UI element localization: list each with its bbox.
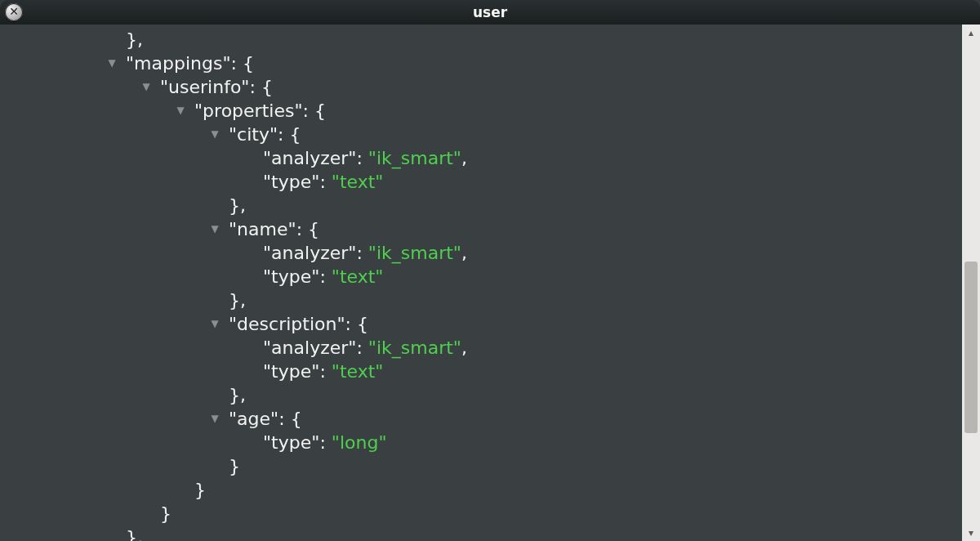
json-text: } [160,502,172,525]
json-line: ▼"description": { [0,312,962,336]
json-line: ▼"userinfo": { [0,75,962,99]
json-line: "type": "text" [0,265,962,288]
json-text: "age": { [229,407,302,431]
json-viewer: },▼"mappings": {▼"userinfo": {▼"properti… [0,25,962,541]
json-line: }, [0,383,962,407]
json-line: } [0,478,962,502]
collapse-toggle-icon[interactable]: ▼ [209,312,220,336]
json-line: ▼"properties": { [0,99,962,123]
json-text: "analyzer": "ik_smart", [263,241,467,265]
json-text: "type": "text" [263,360,383,383]
json-line: ▼"mappings": { [0,51,962,75]
json-text: "properties": { [194,99,326,123]
json-line: ▼"age": { [0,407,962,431]
json-text: }, [229,194,246,217]
json-line: "type": "text" [0,170,962,194]
json-text: "analyzer": "ik_smart", [263,336,467,360]
json-text: "analyzer": "ik_smart", [263,146,467,170]
scroll-up-icon[interactable]: ▴ [962,25,980,41]
json-text: "type": "text" [263,265,383,288]
json-line: }, [0,288,962,312]
json-text: "type": "long" [263,431,387,454]
close-button[interactable]: ✕ [5,3,23,21]
collapse-toggle-icon[interactable]: ▼ [106,51,118,75]
collapse-toggle-icon[interactable]: ▼ [209,217,220,241]
collapse-toggle-icon[interactable]: ▼ [209,407,220,431]
modal-window: ✕ user },▼"mappings": {▼"userinfo": {▼"p… [0,0,980,541]
modal-titlebar: ✕ user [0,0,980,25]
json-line: } [0,502,962,525]
json-text: "userinfo": { [160,75,273,99]
json-text: } [229,454,240,478]
json-line: ▼"city": { [0,123,962,146]
collapse-toggle-icon[interactable]: ▼ [209,123,220,146]
json-line: "analyzer": "ik_smart", [0,336,962,360]
modal-content: },▼"mappings": {▼"userinfo": {▼"properti… [0,25,980,541]
json-line: }, [0,525,962,541]
json-text: "description": { [229,312,368,336]
json-text: }, [126,525,143,541]
json-line: }, [0,28,962,51]
json-line: } [0,454,962,478]
json-line: }, [0,194,962,217]
json-line: "type": "text" [0,360,962,383]
json-text: }, [229,383,246,407]
json-line: "analyzer": "ik_smart", [0,241,962,265]
json-line: "type": "long" [0,431,962,454]
json-text: "city": { [229,123,301,146]
modal-title: user [0,4,980,20]
close-icon: ✕ [9,6,19,17]
json-text: "name": { [229,217,319,241]
json-line: ▼"name": { [0,217,962,241]
json-text: } [194,478,206,502]
json-text: }, [126,28,143,51]
collapse-toggle-icon[interactable]: ▼ [175,99,186,123]
json-text: }, [229,288,246,312]
vertical-scrollbar[interactable]: ▴ ▾ [962,25,980,541]
collapse-toggle-icon[interactable]: ▼ [140,75,152,99]
json-text: "mappings": { [126,51,254,75]
json-line: "analyzer": "ik_smart", [0,146,962,170]
scrollbar-thumb[interactable] [964,262,978,433]
scroll-down-icon[interactable]: ▾ [962,525,980,541]
json-text: "type": "text" [263,170,383,194]
